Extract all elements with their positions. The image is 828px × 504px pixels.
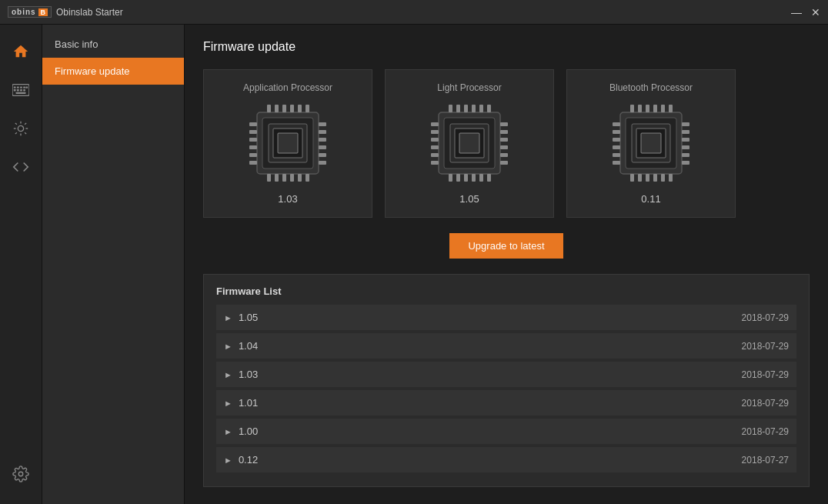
svg-rect-5 bbox=[25, 86, 28, 88]
minimize-button[interactable]: — bbox=[791, 6, 802, 18]
svg-rect-58 bbox=[431, 145, 439, 149]
firmware-row[interactable]: ► 1.03 2018-07-29 bbox=[216, 362, 796, 387]
svg-rect-69 bbox=[464, 105, 468, 112]
svg-rect-33 bbox=[319, 130, 326, 134]
svg-rect-40 bbox=[282, 105, 286, 112]
titlebar-title: Obinslab Starter bbox=[56, 7, 123, 18]
svg-rect-98 bbox=[646, 105, 649, 112]
svg-line-14 bbox=[15, 123, 17, 125]
chevron-icon: ► bbox=[224, 370, 232, 379]
firmware-version: 1.00 bbox=[239, 426, 258, 437]
firmware-version: 1.01 bbox=[239, 397, 258, 409]
firmware-version: 1.04 bbox=[239, 340, 258, 352]
chevron-icon: ► bbox=[224, 342, 232, 351]
svg-rect-93 bbox=[682, 145, 689, 149]
svg-rect-32 bbox=[319, 122, 326, 126]
firmware-version: 1.03 bbox=[239, 369, 258, 380]
titlebar-left: obins B Obinslab Starter bbox=[8, 6, 123, 18]
svg-rect-106 bbox=[661, 174, 665, 182]
svg-rect-54 bbox=[459, 133, 479, 153]
main-content: Firmware update Application Processor bbox=[185, 25, 828, 504]
svg-rect-83 bbox=[641, 133, 661, 153]
svg-rect-61 bbox=[500, 122, 508, 126]
svg-rect-86 bbox=[613, 138, 620, 142]
bluetooth-processor-title: Bluetooth Processor bbox=[609, 82, 693, 93]
svg-rect-102 bbox=[630, 174, 634, 182]
svg-rect-6 bbox=[14, 89, 16, 91]
svg-rect-73 bbox=[449, 174, 452, 182]
svg-rect-42 bbox=[298, 105, 302, 112]
svg-rect-96 bbox=[630, 105, 634, 112]
svg-rect-75 bbox=[464, 174, 468, 182]
svg-rect-70 bbox=[472, 105, 476, 112]
svg-rect-57 bbox=[431, 138, 439, 142]
svg-rect-77 bbox=[479, 174, 483, 182]
sidebar-item-firmware-update[interactable]: Firmware update bbox=[42, 58, 184, 85]
chevron-icon: ► bbox=[224, 313, 232, 322]
firmware-row[interactable]: ► 1.01 2018-07-29 bbox=[216, 390, 796, 416]
svg-rect-62 bbox=[500, 130, 508, 134]
sidebar-icon-settings[interactable] bbox=[0, 455, 42, 493]
svg-rect-10 bbox=[16, 92, 26, 94]
chevron-icon: ► bbox=[224, 456, 232, 465]
sidebar-icons-strip bbox=[0, 25, 42, 504]
svg-rect-30 bbox=[249, 153, 257, 157]
svg-rect-36 bbox=[319, 153, 326, 157]
svg-rect-28 bbox=[249, 138, 257, 142]
firmware-date: 2018-07-29 bbox=[742, 398, 789, 409]
firmware-list-title: Firmware List bbox=[216, 285, 796, 297]
svg-rect-29 bbox=[249, 145, 257, 149]
svg-rect-103 bbox=[638, 174, 642, 182]
upgrade-to-latest-button[interactable]: Upgrade to latest bbox=[449, 233, 563, 259]
sidebar-item-basic-info[interactable]: Basic info bbox=[42, 31, 184, 58]
svg-rect-78 bbox=[487, 174, 491, 182]
processor-cards: Application Processor bbox=[203, 69, 810, 218]
svg-rect-25 bbox=[278, 133, 298, 153]
close-button[interactable]: ✕ bbox=[811, 6, 820, 18]
svg-rect-1 bbox=[14, 86, 16, 88]
firmware-row[interactable]: ► 1.04 2018-07-29 bbox=[216, 333, 796, 359]
sidebar-icon-home[interactable] bbox=[0, 32, 42, 71]
svg-rect-95 bbox=[682, 161, 689, 165]
svg-rect-76 bbox=[472, 174, 476, 182]
svg-rect-65 bbox=[500, 153, 508, 157]
svg-rect-92 bbox=[682, 138, 689, 142]
titlebar: obins B Obinslab Starter — ✕ bbox=[0, 0, 828, 25]
svg-rect-66 bbox=[500, 161, 508, 165]
firmware-row[interactable]: ► 1.05 2018-07-29 bbox=[216, 305, 796, 330]
firmware-row[interactable]: ► 1.00 2018-07-29 bbox=[216, 419, 796, 444]
chevron-icon: ► bbox=[224, 427, 232, 436]
svg-rect-67 bbox=[449, 105, 452, 112]
bluetooth-processor-card: Bluetooth Processor bbox=[566, 69, 736, 218]
firmware-date: 2018-07-29 bbox=[742, 312, 789, 323]
firmware-row[interactable]: ► 0.12 2018-07-27 bbox=[216, 447, 796, 472]
svg-rect-7 bbox=[17, 89, 19, 91]
svg-rect-39 bbox=[275, 105, 279, 112]
svg-rect-84 bbox=[613, 122, 620, 126]
svg-rect-43 bbox=[305, 105, 309, 112]
sidebar-icon-macro[interactable] bbox=[0, 148, 42, 186]
svg-rect-35 bbox=[319, 145, 326, 149]
svg-rect-64 bbox=[500, 145, 508, 149]
svg-rect-89 bbox=[613, 161, 620, 165]
firmware-date: 2018-07-27 bbox=[742, 455, 789, 466]
svg-rect-97 bbox=[638, 105, 642, 112]
svg-rect-55 bbox=[431, 122, 439, 126]
svg-rect-107 bbox=[669, 174, 673, 182]
svg-rect-90 bbox=[682, 122, 689, 126]
svg-rect-105 bbox=[653, 174, 657, 182]
bluetooth-processor-chip-icon bbox=[609, 101, 693, 185]
application-processor-chip-icon bbox=[245, 101, 330, 185]
svg-rect-71 bbox=[479, 105, 483, 112]
svg-rect-38 bbox=[267, 105, 271, 112]
svg-line-15 bbox=[25, 132, 26, 134]
svg-rect-72 bbox=[487, 105, 491, 112]
svg-rect-3 bbox=[20, 86, 22, 88]
upgrade-section: Upgrade to latest bbox=[203, 233, 810, 259]
firmware-version: 1.05 bbox=[239, 312, 258, 323]
svg-rect-27 bbox=[249, 130, 257, 134]
sidebar-icon-light[interactable] bbox=[0, 109, 42, 148]
firmware-date: 2018-07-29 bbox=[742, 426, 789, 437]
firmware-date: 2018-07-29 bbox=[742, 341, 789, 352]
sidebar-icon-keyboard[interactable] bbox=[0, 71, 42, 109]
